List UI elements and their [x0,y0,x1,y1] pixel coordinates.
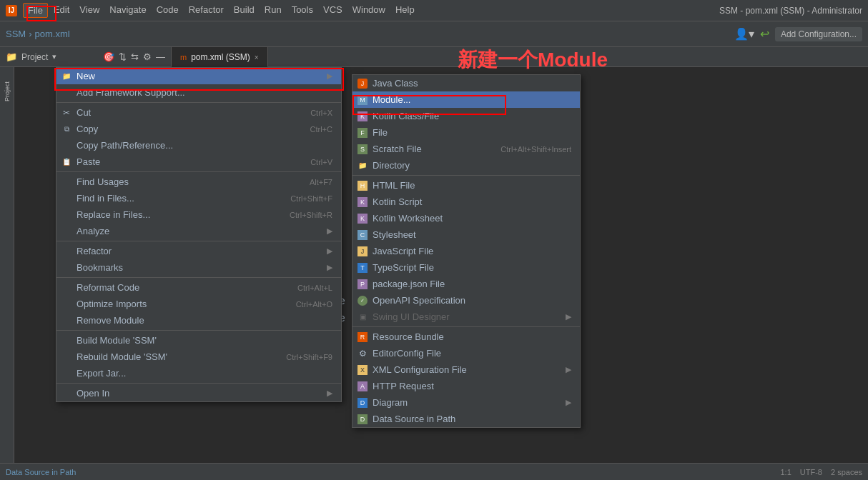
new-kotlin-class[interactable]: K Kotlin Class/File [352,108,580,124]
menu-vcs[interactable]: VCS [319,3,347,18]
status-bar: Data Source in Path 1:1 UTF-8 2 spaces [0,463,868,480]
sidebar-header: 📁 Project ▾ 🎯 ⇅ ⇆ ⚙ — [0,47,172,66]
menu-item-replace-in-files[interactable]: Replace in Files... Ctrl+Shift+R [56,206,341,223]
new-js-file[interactable]: J JavaScript File [352,243,580,259]
menu-item-find-usages[interactable]: Find Usages Alt+F7 [56,174,341,190]
new-arrow: ▶ [327,71,332,81]
new-editorconfig[interactable]: ⚙ EditorConfig File [352,345,580,361]
expand-icon[interactable]: ⇅ [119,51,127,62]
separator-5 [56,330,341,331]
app-icon: IJ [6,5,17,16]
diagram-icon: D [357,397,368,409]
scratch-icon: S [357,144,368,155]
html-icon: H [357,180,368,191]
menu-view[interactable]: View [75,3,104,18]
menu-item-paste[interactable]: 📋 Paste Ctrl+V [56,154,341,170]
tab-row: 📁 Project ▾ 🎯 ⇅ ⇆ ⚙ — m pom.xml (SSM) × [0,47,868,67]
new-file[interactable]: F File [352,124,580,141]
menu-edit[interactable]: Edit [49,3,74,18]
datasource-icon: D [357,414,368,425]
menu-item-add-framework[interactable]: Add Framework Support... [56,84,341,101]
new-directory[interactable]: 📁 Directory [352,157,580,174]
new-kotlin-script[interactable]: K Kotlin Script [352,194,580,210]
gear-icon[interactable]: ⚙ [143,51,152,62]
collapse-icon[interactable]: ⇆ [131,51,139,62]
menu-tools[interactable]: Tools [287,3,317,18]
side-tabs: Project [0,67,14,463]
new-ts-file[interactable]: T TypeScript File [352,259,580,276]
toolbar-icons: 👤▾ ↩ Add Configuration... [734,27,862,41]
project-caret[interactable]: ▾ [52,52,56,61]
new-openapi[interactable]: ✓ OpenAPI Specification [352,292,580,309]
separator-r2 [352,326,580,327]
new-http-request[interactable]: A HTTP Request [352,378,580,394]
new-kotlin-worksheet[interactable]: K Kotlin Worksheet [352,210,580,226]
menu-item-rebuild-module[interactable]: Rebuild Module 'SSM' Ctrl+Shift+F9 [56,349,341,365]
paste-icon: 📋 [61,156,72,168]
new-resource-bundle[interactable]: R Resource Bundle [352,329,580,345]
separator-6 [56,383,341,384]
new-html-file[interactable]: H HTML File [352,177,580,194]
resource-icon: R [357,331,368,343]
locate-icon[interactable]: 🎯 [103,51,114,62]
directory-icon: 📁 [357,160,368,171]
menu-item-new[interactable]: 📁 New ▶ [56,68,341,84]
menu-refactor[interactable]: Refactor [184,3,228,18]
menu-item-open-in[interactable]: Open In ▶ [56,385,341,401]
person-icon[interactable]: 👤▾ [734,27,754,41]
kotlin-class-icon: K [357,111,368,122]
menu-item-copy-path[interactable]: Copy Path/Reference... [56,137,341,154]
new-module[interactable]: M Module... [352,91,580,108]
menu-build[interactable]: Build [230,3,259,18]
new-java-class[interactable]: J Java Class [352,75,580,91]
menu-item-bookmarks[interactable]: Bookmarks ▶ [56,259,341,276]
new-diagram[interactable]: D Diagram ▶ [352,394,580,411]
tab-close[interactable]: × [255,54,259,61]
menu-item-optimize[interactable]: Optimize Imports Ctrl+Alt+O [56,296,341,312]
back-icon[interactable]: ↩ [760,27,769,41]
menu-bar: File Edit View Navigate Code Refactor Bu… [23,3,419,18]
window-title: SSM - pom.xml (SSM) - Administrator [719,6,862,16]
menu-item-remove-module[interactable]: Remove Module [56,312,341,329]
separator-1 [56,102,341,103]
new-stylesheet[interactable]: C Stylesheet [352,226,580,243]
new-scratch-file[interactable]: S Scratch File Ctrl+Alt+Shift+Insert [352,141,580,157]
minus-icon[interactable]: — [156,51,165,62]
cut-icon: ✂ [61,107,72,119]
project-side-tab[interactable]: Project [1,70,13,113]
new-data-source[interactable]: D Data Source in Path [352,411,580,427]
separator-r1 [352,175,580,176]
run-config[interactable]: Add Configuration... [775,27,862,41]
breadcrumb-file[interactable]: pom.xml [35,29,70,39]
status-datasource: Data Source in Path [6,468,76,476]
new-xml-config[interactable]: X XML Configuration File ▶ [352,361,580,378]
tab-pom-xml[interactable]: m pom.xml (SSM) × [172,47,268,67]
menu-file[interactable]: File [23,3,48,18]
menu-window[interactable]: Window [348,3,390,18]
status-encoding: UTF-8 [800,468,822,476]
openapi-icon: ✓ [357,295,368,306]
menu-help[interactable]: Help [391,3,419,18]
package-icon: P [357,279,368,290]
menu-item-export-jar[interactable]: Export Jar... [56,365,341,381]
xml-icon: X [357,364,368,376]
menu-item-analyze[interactable]: Analyze ▶ [56,223,341,239]
menu-item-reformat[interactable]: Reformat Code Ctrl+Alt+L [56,279,341,296]
new-package-json[interactable]: P package.json File [352,276,580,292]
project-label[interactable]: Project [21,52,48,62]
menu-item-refactor[interactable]: Refactor ▶ [56,243,341,259]
kotlin-worksheet-icon: K [357,213,368,224]
menu-item-copy[interactable]: ⧉ Copy Ctrl+C [56,121,341,137]
status-line-info: 1:1 [781,468,791,476]
menu-item-build-module[interactable]: Build Module 'SSM' [56,332,341,349]
status-indent: 2 spaces [831,468,862,476]
menu-run[interactable]: Run [260,3,286,18]
menu-item-find-in-files[interactable]: Find in Files... Ctrl+Shift+F [56,190,341,206]
menu-code[interactable]: Code [152,3,183,18]
menu-item-cut[interactable]: ✂ Cut Ctrl+X [56,104,341,121]
folder-icon: 📁 [6,51,17,62]
new-icon: 📁 [61,71,72,82]
context-menu-right: J Java Class M Module... K Kotlin Class/… [352,74,581,428]
menu-navigate[interactable]: Navigate [105,3,150,18]
breadcrumb-ssm[interactable]: SSM [6,29,26,39]
